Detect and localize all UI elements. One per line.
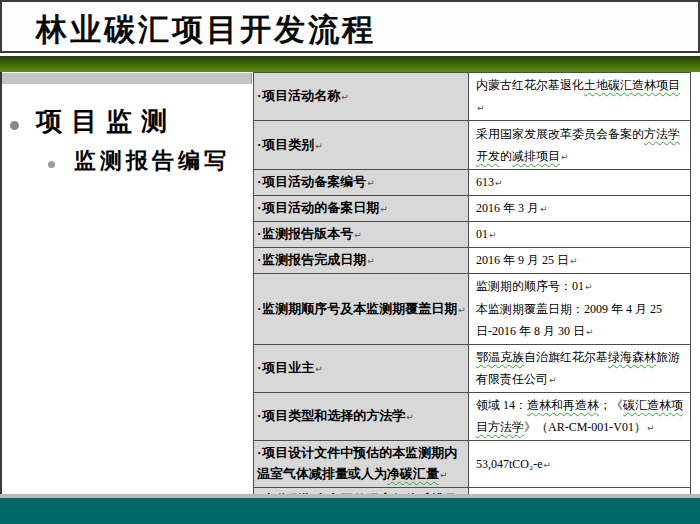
paragraph-mark-icon: ↵: [586, 327, 594, 337]
table-label-cell: ·项目活动名称↵: [254, 73, 469, 121]
value-paragraph: 监测期的顺序号：01↵: [476, 275, 687, 298]
left-frame-rule: [0, 72, 2, 498]
table-row: ·项目类别↵采用国家发展改革委员会备案的方法学开发的减排项目↵: [254, 121, 691, 170]
cell-bullet-icon: ·: [257, 301, 261, 316]
label-paragraph: ·监测报告完成日期↵: [257, 249, 466, 272]
cell-bullet-icon: ·: [257, 200, 261, 215]
paragraph-mark-icon: ↵: [549, 375, 557, 385]
table-label-cell: ·项目类型和选择的方法学↵: [254, 393, 469, 441]
paragraph-mark-icon: ↵: [647, 423, 655, 433]
label-paragraph: ·项目设计文件中预估的本监测期内温室气体减排量或人为净碳汇量↵: [257, 442, 466, 486]
bullet-icon: [10, 121, 19, 130]
cell-bullet-icon: ·: [257, 174, 261, 189]
paragraph-mark-icon: ↵: [341, 92, 349, 102]
table-value-cell: 2016 年 3 月↵: [469, 196, 691, 222]
table-row: ·监测报告版本号↵01↵: [254, 222, 691, 248]
project-table-body: ·项目活动名称↵内蒙古红花尔基退化土地碳汇造林项目↵·项目类别↵采用国家发展改革…: [254, 73, 691, 524]
text-segment: 项目活动备案编号: [262, 174, 366, 189]
text-segment: 土地碳汇造林项目: [584, 78, 680, 92]
paragraph-mark-icon: ↵: [315, 141, 323, 151]
value-paragraph: 53,047tCO₂-e↵: [476, 453, 687, 476]
cell-bullet-icon: ·: [257, 88, 261, 103]
text-segment: 本监测期覆盖日期：2009 年 4 月 25 日-2016 年 8 月 30 日: [476, 302, 662, 338]
table-label-cell: ·监测报告版本号↵: [254, 222, 469, 248]
sidebar-item-project-monitoring: 项目监测: [36, 104, 176, 139]
text-segment: 内蒙古红花尔基退化: [476, 78, 584, 92]
text-segment: 2016 年 3 月: [476, 201, 539, 215]
paragraph-mark-icon: ↵: [544, 460, 552, 470]
table-row: ·项目类型和选择的方法学↵领域 14：造林和再造林；《碳汇造林项目方法学》（AR…: [254, 393, 691, 441]
text-segment: ；《: [599, 398, 623, 412]
text-segment: 监测报告完成日期: [262, 252, 366, 267]
value-paragraph: 采用国家发展改革委员会备案的方法学开发的减排项目↵: [476, 123, 687, 168]
slide-canvas: { "title": "林业碳汇项目开发流程", "sidebar": { "b…: [0, 0, 700, 524]
bullet-icon: [48, 161, 55, 168]
table-row: ·项目活动的备案日期↵2016 年 3 月↵: [254, 196, 691, 222]
text-segment: 鄂温克族: [476, 350, 524, 364]
paragraph-mark-icon: ↵: [561, 152, 569, 162]
table-label-cell: ·监测期顺序号及本监测期覆盖日期↵: [254, 274, 469, 345]
value-paragraph: 内蒙古红花尔基退化土地碳汇造林项目↵: [476, 74, 687, 119]
text-segment: 监测期顺序号及本监测期覆盖日期: [262, 301, 457, 316]
paragraph-mark-icon: ↵: [570, 256, 578, 266]
table-value-cell: 内蒙古红花尔基退化土地碳汇造林项目↵: [469, 73, 691, 121]
table-label-cell: ·项目类别↵: [254, 121, 469, 170]
table-value-cell: 01↵: [469, 222, 691, 248]
paragraph-mark-icon: ↵: [315, 364, 323, 374]
table-row: ·项目设计文件中预估的本监测期内温室气体减排量或人为净碳汇量↵53,047tCO…: [254, 441, 691, 488]
paragraph-mark-icon: ↵: [367, 256, 375, 266]
text-segment: 监测报告版本号: [262, 226, 353, 241]
page-title: 林业碳汇项目开发流程: [36, 9, 376, 51]
text-segment: 项目活动名称: [262, 88, 340, 103]
text-segment: 项目类别: [262, 137, 314, 152]
text-segment: 绿海森林: [608, 350, 656, 364]
label-paragraph: ·项目活动备案编号↵: [257, 171, 466, 194]
value-paragraph: 2016 年 3 月↵: [476, 197, 687, 220]
text-segment: 净碳汇量: [387, 466, 439, 481]
paragraph-mark-icon: ↵: [540, 204, 548, 214]
paragraph-mark-icon: ↵: [458, 305, 466, 315]
paragraph-mark-icon: ↵: [477, 103, 485, 113]
sidebar-item-monitoring-report: 监测报告编写: [74, 146, 230, 176]
table-label-cell: ·项目设计文件中预估的本监测期内温室气体减排量或人为净碳汇量↵: [254, 441, 469, 488]
text-segment: 613: [476, 175, 494, 189]
text-segment: 领域 14：: [476, 398, 527, 412]
paragraph-mark-icon: ↵: [489, 230, 497, 240]
bottom-teal-bar: [0, 498, 700, 524]
project-table: ·项目活动名称↵内蒙古红花尔基退化土地碳汇造林项目↵·项目类别↵采用国家发展改革…: [253, 72, 691, 524]
text-segment: 自治旗红花尔基: [524, 350, 608, 364]
label-paragraph: ·监测报告版本号↵: [257, 223, 466, 246]
cell-bullet-icon: ·: [257, 360, 261, 375]
table-label-cell: ·项目业主↵: [254, 345, 469, 393]
text-segment: 造林和再造林: [527, 398, 599, 412]
table-value-cell: 613↵: [469, 170, 691, 196]
sidebar-shadow-strip: [2, 73, 252, 84]
table-label-cell: ·监测报告完成日期↵: [254, 248, 469, 274]
table-label-cell: ·项目活动备案编号↵: [254, 170, 469, 196]
table-value-cell: 领域 14：造林和再造林；《碳汇造林项目方法学》（AR-CM-001-V01）↵: [469, 393, 691, 441]
paragraph-mark-icon: ↵: [406, 412, 414, 422]
text-segment: 监测期的顺序号：01: [476, 279, 584, 293]
text-segment: 项目类型和选择的方法学: [262, 408, 405, 423]
text-segment: 53,047tCO₂-e: [476, 457, 543, 471]
text-segment: 项目活动的备案日期: [262, 200, 379, 215]
green-divider-bar: [0, 56, 700, 72]
paragraph-mark-icon: ↵: [495, 178, 503, 188]
paragraph-mark-icon: ↵: [380, 204, 388, 214]
table-row: ·监测期顺序号及本监测期覆盖日期↵监测期的顺序号：01↵本监测期覆盖日期：200…: [254, 274, 691, 345]
label-paragraph: ·项目业主↵: [257, 357, 466, 380]
paragraph-mark-icon: ↵: [440, 470, 448, 480]
value-paragraph: 鄂温克族自治旗红花尔基绿海森林旅游有限责任公司↵: [476, 346, 687, 391]
table-row: ·项目业主↵鄂温克族自治旗红花尔基绿海森林旅游有限责任公司↵: [254, 345, 691, 393]
value-paragraph: 领域 14：造林和再造林；《碳汇造林项目方法学》（AR-CM-001-V01）↵: [476, 394, 687, 439]
paragraph-mark-icon: ↵: [354, 230, 362, 240]
table-value-cell: 监测期的顺序号：01↵本监测期覆盖日期：2009 年 4 月 25 日-2016…: [469, 274, 691, 345]
text-segment: 的: [500, 149, 512, 163]
project-info-table: ·项目活动名称↵内蒙古红花尔基退化土地碳汇造林项目↵·项目类别↵采用国家发展改革…: [253, 72, 690, 524]
value-paragraph: 01↵: [476, 223, 687, 246]
table-label-cell: ·项目活动的备案日期↵: [254, 196, 469, 222]
table-row: ·项目活动备案编号↵613↵: [254, 170, 691, 196]
paragraph-mark-icon: ↵: [367, 178, 375, 188]
label-paragraph: ·项目类型和选择的方法学↵: [257, 405, 466, 428]
label-paragraph: ·项目活动的备案日期↵: [257, 197, 466, 220]
